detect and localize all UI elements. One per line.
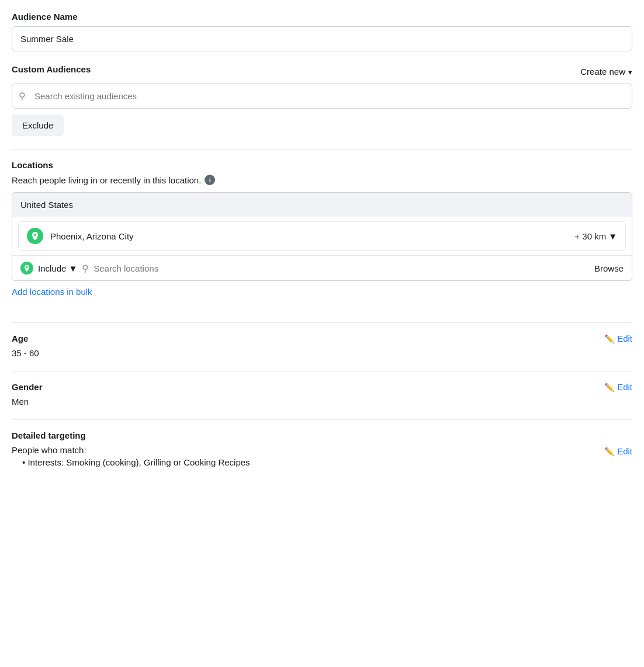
exclude-button[interactable]: Exclude [12, 114, 64, 136]
custom-audiences-section: Custom Audiences Create new ⚲ Exclude [12, 64, 632, 136]
gender-edit-button[interactable]: ✏️ Edit [604, 382, 632, 392]
custom-audiences-search-input[interactable] [12, 84, 632, 109]
people-match-row: People who match: • Interests: Smoking (… [12, 445, 632, 467]
browse-button[interactable]: Browse [594, 263, 624, 273]
custom-audiences-header: Custom Audiences Create new [12, 64, 632, 79]
age-value: 35 - 60 [12, 348, 39, 358]
age-label: Age [12, 334, 39, 343]
detailed-targeting-label: Detailed targeting [12, 430, 632, 440]
pencil-icon-targeting: ✏️ [604, 447, 614, 456]
info-icon[interactable]: i [205, 175, 215, 185]
search-icon-locations: ⚲ [82, 263, 89, 274]
age-section: Age 35 - 60 ✏️ Edit [12, 334, 632, 358]
people-match-left: People who match: • Interests: Smoking (… [12, 445, 250, 467]
divider-1 [12, 149, 632, 150]
search-locations-input[interactable] [94, 263, 590, 273]
interests-text: Interests: Smoking (cooking), Grilling o… [27, 457, 250, 467]
divider-2 [12, 322, 632, 323]
pin-icon [27, 228, 43, 244]
audience-name-label: Audience Name [12, 12, 632, 22]
people-match-label: People who match: [12, 445, 250, 455]
audience-name-section: Audience Name [12, 12, 632, 51]
gender-left: Gender Men [12, 382, 43, 407]
audience-name-input[interactable] [12, 26, 632, 51]
gender-edit-label: Edit [617, 382, 632, 392]
include-button[interactable]: Include ▼ [38, 263, 77, 273]
pencil-icon-gender: ✏️ [604, 383, 614, 392]
gender-label: Gender [12, 382, 43, 392]
detailed-targeting-section: Detailed targeting People who match: • I… [12, 430, 632, 467]
create-new-label: Create new [580, 67, 625, 77]
locations-description-text: Reach people living in or recently in th… [12, 175, 201, 185]
include-chevron-icon: ▼ [68, 263, 77, 273]
location-name: Phoenix, Arizona City [50, 231, 567, 241]
include-search-bar: Include ▼ ⚲ Browse [12, 255, 632, 280]
locations-box: United States Phoenix, Arizona City + 30… [12, 192, 632, 281]
interests-item: • Interests: Smoking (cooking), Grilling… [22, 457, 250, 467]
gender-value: Men [12, 397, 43, 407]
pin-small-icon [20, 262, 33, 275]
age-row: Age 35 - 60 ✏️ Edit [12, 334, 632, 358]
age-edit-button[interactable]: ✏️ Edit [604, 334, 632, 343]
browse-label: Browse [594, 263, 624, 273]
divider-4 [12, 419, 632, 420]
detailed-targeting-edit-button[interactable]: ✏️ Edit [604, 446, 632, 456]
gender-section: Gender Men ✏️ Edit [12, 382, 632, 407]
exclude-label: Exclude [22, 120, 53, 130]
locations-section: Locations Reach people living in or rece… [12, 160, 632, 310]
detailed-targeting-edit-label: Edit [617, 446, 632, 456]
location-item: Phoenix, Arizona City + 30 km ▼ [18, 221, 626, 251]
custom-audiences-label: Custom Audiences [12, 64, 91, 74]
age-edit-label: Edit [617, 334, 632, 343]
gender-row: Gender Men ✏️ Edit [12, 382, 632, 407]
radius-value: + 30 km [574, 231, 606, 241]
bullet-dot: • [22, 457, 27, 467]
radius-button[interactable]: + 30 km ▼ [574, 231, 617, 241]
add-locations-bulk-link[interactable]: Add locations in bulk [12, 287, 92, 297]
locations-country: United States [12, 193, 632, 217]
custom-audiences-search-wrapper: ⚲ [12, 84, 632, 109]
include-label: Include [38, 263, 66, 273]
pencil-icon-age: ✏️ [604, 334, 614, 343]
locations-description: Reach people living in or recently in th… [12, 175, 632, 185]
chevron-down-icon [628, 67, 632, 77]
divider-3 [12, 371, 632, 371]
radius-chevron-icon: ▼ [608, 231, 617, 241]
create-new-button[interactable]: Create new [580, 67, 632, 77]
age-left: Age 35 - 60 [12, 334, 39, 358]
locations-label: Locations [12, 160, 632, 170]
